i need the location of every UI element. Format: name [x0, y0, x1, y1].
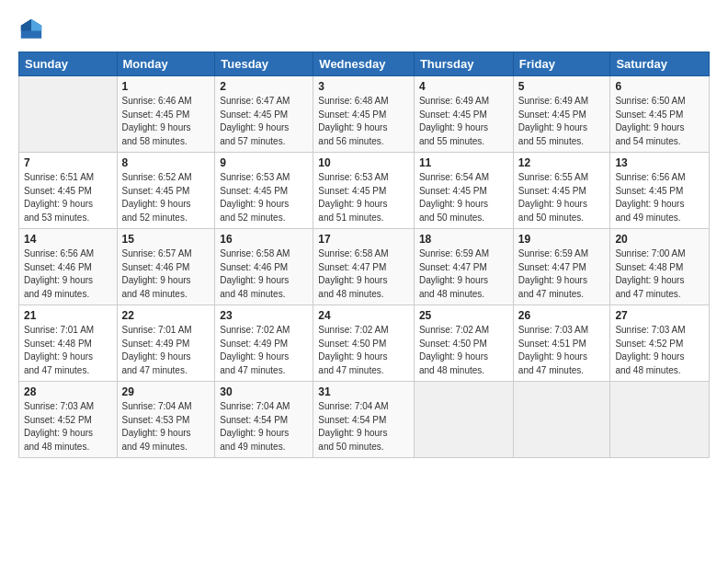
day-number: 7 — [24, 156, 112, 169]
day-cell: 3Sunrise: 6:48 AM Sunset: 4:45 PM Daylig… — [313, 76, 415, 153]
day-info: Sunrise: 6:52 AM Sunset: 4:45 PM Dayligh… — [122, 171, 210, 224]
day-info: Sunrise: 6:54 AM Sunset: 4:45 PM Dayligh… — [419, 171, 508, 224]
day-cell — [513, 382, 610, 458]
calendar-body: 1Sunrise: 6:46 AM Sunset: 4:45 PM Daylig… — [19, 76, 710, 458]
day-cell: 26Sunrise: 7:03 AM Sunset: 4:51 PM Dayli… — [513, 305, 610, 382]
day-number: 28 — [24, 385, 112, 398]
day-number: 16 — [220, 233, 308, 246]
day-cell — [19, 76, 118, 153]
day-info: Sunrise: 6:49 AM Sunset: 4:45 PM Dayligh… — [419, 95, 508, 148]
day-info: Sunrise: 6:58 AM Sunset: 4:47 PM Dayligh… — [318, 247, 409, 301]
day-info: Sunrise: 7:01 AM Sunset: 4:48 PM Dayligh… — [24, 324, 112, 377]
page: SundayMondayTuesdayWednesdayThursdayFrid… — [0, 0, 728, 563]
day-info: Sunrise: 6:47 AM Sunset: 4:45 PM Dayligh… — [220, 95, 308, 148]
day-cell: 23Sunrise: 7:02 AM Sunset: 4:49 PM Dayli… — [215, 305, 313, 382]
day-number: 29 — [122, 385, 210, 398]
day-info: Sunrise: 7:03 AM Sunset: 4:52 PM Dayligh… — [24, 400, 112, 454]
day-info: Sunrise: 6:59 AM Sunset: 4:47 PM Dayligh… — [419, 247, 508, 301]
day-info: Sunrise: 7:02 AM Sunset: 4:50 PM Dayligh… — [419, 324, 508, 377]
day-info: Sunrise: 6:53 AM Sunset: 4:45 PM Dayligh… — [318, 171, 409, 224]
day-cell: 16Sunrise: 6:58 AM Sunset: 4:46 PM Dayli… — [215, 229, 313, 305]
day-cell: 7Sunrise: 6:51 AM Sunset: 4:45 PM Daylig… — [19, 153, 118, 229]
day-info: Sunrise: 6:46 AM Sunset: 4:45 PM Dayligh… — [122, 95, 210, 148]
day-info: Sunrise: 7:02 AM Sunset: 4:49 PM Dayligh… — [220, 324, 308, 377]
day-number: 4 — [419, 80, 508, 93]
weekday-thursday: Thursday — [414, 52, 513, 76]
day-number: 1 — [122, 80, 210, 93]
calendar: SundayMondayTuesdayWednesdayThursdayFrid… — [18, 52, 710, 458]
day-number: 12 — [518, 156, 606, 169]
day-number: 11 — [419, 156, 508, 169]
day-info: Sunrise: 7:04 AM Sunset: 4:53 PM Dayligh… — [122, 400, 210, 454]
day-cell: 25Sunrise: 7:02 AM Sunset: 4:50 PM Dayli… — [414, 305, 513, 382]
day-number: 30 — [220, 385, 308, 398]
day-cell: 31Sunrise: 7:04 AM Sunset: 4:54 PM Dayli… — [313, 382, 415, 458]
day-info: Sunrise: 7:03 AM Sunset: 4:52 PM Dayligh… — [615, 324, 704, 377]
logo — [18, 17, 48, 42]
day-number: 13 — [615, 156, 704, 169]
day-info: Sunrise: 7:00 AM Sunset: 4:48 PM Dayligh… — [615, 247, 704, 301]
day-info: Sunrise: 6:56 AM Sunset: 4:46 PM Dayligh… — [24, 247, 112, 301]
weekday-wednesday: Wednesday — [313, 52, 415, 76]
day-cell: 2Sunrise: 6:47 AM Sunset: 4:45 PM Daylig… — [215, 76, 313, 153]
header — [18, 17, 710, 42]
day-number: 27 — [615, 309, 704, 322]
day-info: Sunrise: 6:50 AM Sunset: 4:45 PM Dayligh… — [615, 95, 704, 148]
day-cell — [414, 382, 513, 458]
day-cell: 27Sunrise: 7:03 AM Sunset: 4:52 PM Dayli… — [610, 305, 710, 382]
day-number: 24 — [318, 309, 409, 322]
day-info: Sunrise: 7:04 AM Sunset: 4:54 PM Dayligh… — [318, 400, 409, 454]
day-number: 18 — [419, 233, 508, 246]
day-cell: 21Sunrise: 7:01 AM Sunset: 4:48 PM Dayli… — [19, 305, 118, 382]
day-number: 20 — [615, 233, 704, 246]
day-number: 19 — [518, 233, 606, 246]
day-info: Sunrise: 6:56 AM Sunset: 4:45 PM Dayligh… — [615, 171, 704, 224]
day-number: 31 — [318, 385, 409, 398]
day-info: Sunrise: 6:53 AM Sunset: 4:45 PM Dayligh… — [220, 171, 308, 224]
day-number: 22 — [122, 309, 210, 322]
day-number: 6 — [615, 80, 704, 93]
day-number: 3 — [318, 80, 409, 93]
day-number: 23 — [220, 309, 308, 322]
week-row-4: 28Sunrise: 7:03 AM Sunset: 4:52 PM Dayli… — [19, 382, 710, 458]
day-number: 26 — [518, 309, 606, 322]
day-info: Sunrise: 6:51 AM Sunset: 4:45 PM Dayligh… — [24, 171, 112, 224]
weekday-sunday: Sunday — [19, 52, 118, 76]
day-number: 21 — [24, 309, 112, 322]
day-info: Sunrise: 6:57 AM Sunset: 4:46 PM Dayligh… — [122, 247, 210, 301]
weekday-monday: Monday — [117, 52, 215, 76]
day-cell: 28Sunrise: 7:03 AM Sunset: 4:52 PM Dayli… — [19, 382, 118, 458]
day-number: 17 — [318, 233, 409, 246]
logo-icon — [18, 17, 44, 42]
day-number: 5 — [518, 80, 606, 93]
day-info: Sunrise: 7:03 AM Sunset: 4:51 PM Dayligh… — [518, 324, 606, 377]
week-row-3: 21Sunrise: 7:01 AM Sunset: 4:48 PM Dayli… — [19, 305, 710, 382]
day-cell: 9Sunrise: 6:53 AM Sunset: 4:45 PM Daylig… — [215, 153, 313, 229]
day-info: Sunrise: 7:01 AM Sunset: 4:49 PM Dayligh… — [122, 324, 210, 377]
day-info: Sunrise: 6:59 AM Sunset: 4:47 PM Dayligh… — [518, 247, 606, 301]
day-cell: 6Sunrise: 6:50 AM Sunset: 4:45 PM Daylig… — [610, 76, 710, 153]
day-cell: 12Sunrise: 6:55 AM Sunset: 4:45 PM Dayli… — [513, 153, 610, 229]
weekday-friday: Friday — [513, 52, 610, 76]
day-cell: 10Sunrise: 6:53 AM Sunset: 4:45 PM Dayli… — [313, 153, 415, 229]
week-row-1: 7Sunrise: 6:51 AM Sunset: 4:45 PM Daylig… — [19, 153, 710, 229]
day-info: Sunrise: 7:04 AM Sunset: 4:54 PM Dayligh… — [220, 400, 308, 454]
day-number: 15 — [122, 233, 210, 246]
day-number: 2 — [220, 80, 308, 93]
day-number: 14 — [24, 233, 112, 246]
svg-marker-1 — [31, 19, 41, 31]
day-info: Sunrise: 6:49 AM Sunset: 4:45 PM Dayligh… — [518, 95, 606, 148]
day-cell: 13Sunrise: 6:56 AM Sunset: 4:45 PM Dayli… — [610, 153, 710, 229]
week-row-0: 1Sunrise: 6:46 AM Sunset: 4:45 PM Daylig… — [19, 76, 710, 153]
day-cell: 29Sunrise: 7:04 AM Sunset: 4:53 PM Dayli… — [117, 382, 215, 458]
day-cell: 22Sunrise: 7:01 AM Sunset: 4:49 PM Dayli… — [117, 305, 215, 382]
calendar-header: SundayMondayTuesdayWednesdayThursdayFrid… — [19, 52, 710, 76]
day-number: 25 — [419, 309, 508, 322]
day-info: Sunrise: 6:58 AM Sunset: 4:46 PM Dayligh… — [220, 247, 308, 301]
week-row-2: 14Sunrise: 6:56 AM Sunset: 4:46 PM Dayli… — [19, 229, 710, 305]
svg-marker-2 — [21, 19, 31, 31]
weekday-row: SundayMondayTuesdayWednesdayThursdayFrid… — [19, 52, 710, 76]
day-cell — [610, 382, 710, 458]
day-info: Sunrise: 7:02 AM Sunset: 4:50 PM Dayligh… — [318, 324, 409, 377]
day-cell: 8Sunrise: 6:52 AM Sunset: 4:45 PM Daylig… — [117, 153, 215, 229]
